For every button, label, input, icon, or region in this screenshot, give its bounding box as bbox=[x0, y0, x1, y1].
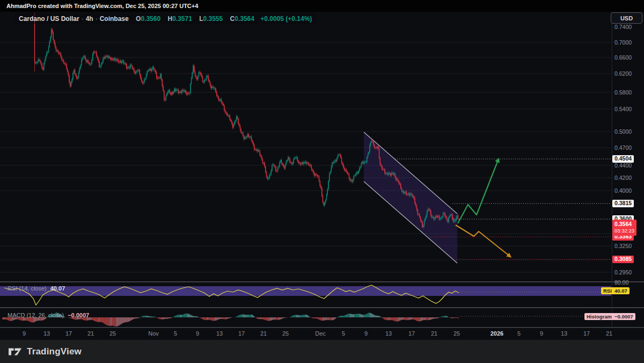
time-axis-label: 17 bbox=[57, 330, 80, 337]
time-axis-label: 17 bbox=[400, 330, 423, 337]
change-value: +0.0005 (+0.14%) bbox=[260, 15, 312, 23]
time-axis-label: 17 bbox=[230, 330, 253, 337]
bar-countdown: 03:32:23 bbox=[614, 228, 634, 235]
time-axis-label: 21 bbox=[252, 330, 275, 337]
macd-histogram-value-badge: −0.0007 bbox=[612, 313, 635, 320]
time-axis-label: 25 bbox=[445, 330, 469, 337]
time-axis-label: 13 bbox=[208, 330, 231, 337]
time-axis-label: Dec bbox=[309, 330, 332, 337]
last-price-badge: 0.3564 03:32:23 bbox=[612, 220, 636, 236]
price-tick-label: 0.7000 bbox=[614, 39, 632, 46]
time-axis-label: 13 bbox=[35, 330, 58, 337]
currency-toggle-button[interactable]: USD bbox=[611, 12, 642, 24]
price-tick-label: 0.6200 bbox=[614, 70, 632, 77]
last-price-value: 0.3564 bbox=[614, 221, 632, 227]
exchange-label: Coinbase bbox=[100, 15, 129, 23]
footer-bar: TradingView bbox=[0, 340, 644, 363]
tradingview-brand-text[interactable]: TradingView bbox=[27, 346, 82, 357]
symbol-legend: Cardano / US Dollar·4h·Coinbase O0.3560 … bbox=[15, 13, 317, 24]
time-axis-label: 5 bbox=[507, 330, 531, 337]
macd-histogram-badge: Histogram bbox=[584, 313, 614, 320]
main-price-pane[interactable] bbox=[0, 12, 612, 282]
level-badge-0.3085: 0.3085 bbox=[612, 256, 634, 264]
time-axis-label: 2026 bbox=[485, 330, 509, 337]
open-label: O bbox=[136, 15, 141, 23]
macd-value: −0.0007 bbox=[68, 312, 89, 318]
time-axis-label: 5 bbox=[164, 330, 187, 337]
legend-separator: · bbox=[82, 15, 84, 23]
close-value: 0.3564 bbox=[235, 15, 254, 23]
time-axis-label: 9 bbox=[12, 330, 36, 337]
price-tick-label: 0.3250 bbox=[614, 243, 632, 249]
low-label: L bbox=[199, 15, 203, 23]
time-axis-label: 25 bbox=[101, 330, 125, 337]
tradingview-logo-icon[interactable] bbox=[9, 347, 22, 357]
high-label: H bbox=[167, 15, 172, 23]
price-tick-label: 0.4700 bbox=[614, 144, 632, 151]
price-tick-label: 0.5800 bbox=[614, 89, 632, 96]
open-value: 0.3560 bbox=[141, 15, 160, 23]
time-scale[interactable]: 913172125Nov5913172125Dec591317212520265… bbox=[0, 327, 612, 340]
time-axis-label: Nov bbox=[142, 330, 165, 337]
legend-separator: · bbox=[96, 15, 98, 23]
rsi-axis-tick[interactable]: 80.00 bbox=[614, 279, 628, 286]
high-value: 0.3571 bbox=[172, 15, 192, 23]
price-tick-label: 0.6600 bbox=[614, 54, 632, 61]
time-axis-label: 13 bbox=[377, 330, 400, 337]
time-axis-label: 21 bbox=[597, 330, 621, 337]
time-axis-label: 9 bbox=[530, 330, 553, 337]
level-badge-0.4504: 0.4504 bbox=[612, 155, 634, 163]
time-axis-label: 17 bbox=[575, 330, 598, 337]
price-tick-label: 0.7400 bbox=[614, 24, 632, 30]
price-tick-label: 0.2950 bbox=[614, 269, 632, 275]
time-axis-label: 21 bbox=[422, 330, 446, 337]
time-axis-label: 9 bbox=[354, 330, 378, 337]
price-tick-label: 0.5400 bbox=[614, 106, 632, 112]
interval-label[interactable]: 4h bbox=[86, 15, 93, 23]
price-tick-label: 0.5000 bbox=[614, 128, 632, 135]
time-axis-label: 21 bbox=[79, 330, 103, 337]
rsi-value: 40.07 bbox=[50, 285, 65, 292]
time-axis-label: 13 bbox=[552, 330, 576, 337]
price-tick-label: 0.4400 bbox=[614, 162, 632, 169]
macd-pane[interactable] bbox=[0, 307, 612, 327]
low-value: 0.3555 bbox=[203, 15, 223, 23]
symbol-title[interactable]: Cardano / US Dollar bbox=[19, 15, 79, 23]
attribution-bar: AhmadPro created with TradingView.com, D… bbox=[0, 0, 644, 12]
time-axis-label: 25 bbox=[274, 330, 297, 337]
rsi-pane[interactable] bbox=[0, 282, 612, 307]
time-axis-label: 9 bbox=[186, 330, 209, 337]
tradingview-chart-screenshot: AhmadPro created with TradingView.com, D… bbox=[0, 0, 644, 363]
rsi-value-badge: 40.07 bbox=[612, 287, 630, 294]
rsi-legend: RSI (14, close)40.07 bbox=[8, 285, 65, 292]
close-label: C bbox=[230, 15, 235, 23]
time-axis-label: 5 bbox=[332, 330, 355, 337]
price-tick-label: 0.4000 bbox=[614, 187, 632, 194]
macd-legend: MACD (12, 26, close)−0.0007 bbox=[8, 312, 89, 318]
macd-title[interactable]: MACD (12, 26, close) bbox=[8, 312, 64, 318]
rsi-title[interactable]: RSI (14, close) bbox=[8, 285, 47, 292]
level-badge-0.3815: 0.3815 bbox=[612, 200, 634, 208]
price-tick-label: 0.4200 bbox=[614, 175, 632, 181]
